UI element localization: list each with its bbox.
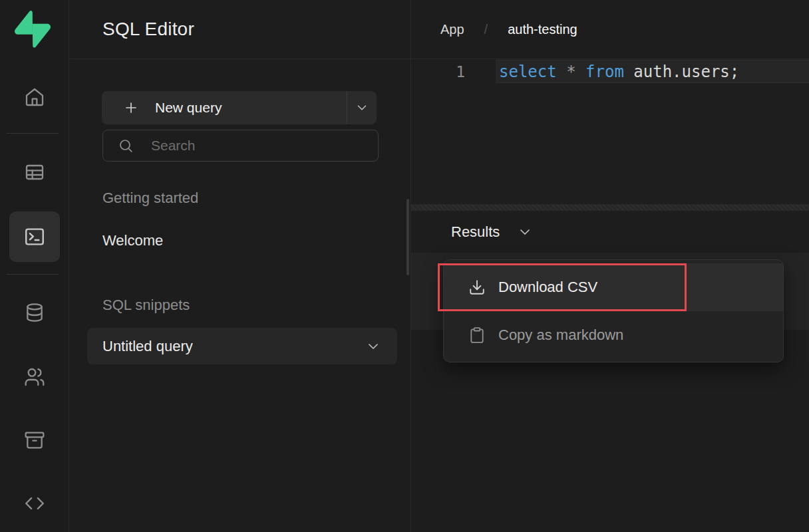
supabase-logo-icon[interactable] [15,11,51,48]
nav-sql-editor-icon[interactable] [9,211,60,262]
sidebar-header: SQL Editor [70,0,410,59]
new-query-label: New query [155,100,222,116]
supabase-studio-window: SQL Editor New query [0,0,809,532]
menu-item-label: Download CSV [498,279,597,296]
section-label-getting-started: Getting started [102,190,198,207]
sql-editor-sidebar: SQL Editor New query [70,0,411,532]
chevron-down-icon[interactable] [517,224,533,240]
rail-divider [7,274,59,275]
sql-keyword: from [585,63,624,81]
nav-database-icon[interactable] [19,297,51,329]
menu-item-label: Copy as markdown [498,327,623,344]
nav-rail [0,0,69,532]
section-label-sql-snippets: SQL snippets [102,297,190,314]
rail-divider [7,133,59,134]
breadcrumb-separator: / [484,22,488,37]
new-query-options-button[interactable] [347,91,377,124]
line-number: 1 [411,63,496,80]
clipboard-icon [468,327,486,344]
sidebar-item-welcome[interactable]: Welcome [102,232,163,249]
breadcrumb-page[interactable]: auth-testing [508,22,577,37]
sidebar-item-untitled-query[interactable]: Untitled query [87,328,397,364]
results-context-menu: Download CSV Copy as markdown [443,259,784,362]
results-toolbar: Results [411,211,809,253]
new-query-split-button: New query [102,91,377,124]
sidebar-body: New query Getting started Welcome SQL sn… [70,59,410,532]
breadcrumb-app[interactable]: App [440,22,464,37]
chevron-down-icon[interactable] [365,338,381,354]
panel-resize-handle[interactable] [411,204,809,211]
nav-home-icon[interactable] [19,81,51,113]
nav-storage-icon[interactable] [19,424,51,456]
nav-auth-users-icon[interactable] [19,361,51,393]
breadcrumb: App / auth-testing [411,0,809,59]
snippet-label: Untitled query [102,338,193,355]
code-text[interactable]: select * from auth.users; [496,60,809,83]
new-query-button[interactable]: New query [102,91,347,124]
snippet-search [102,130,379,162]
sql-code-editor[interactable]: 1 select * from auth.users; [411,60,809,204]
page-title: SQL Editor [102,19,194,40]
results-label: Results [451,223,500,241]
editor-main-panel: App / auth-testing 1 select * from auth.… [411,0,809,532]
chevron-down-icon [355,100,369,115]
search-icon [118,138,134,154]
sql-operator: * [557,63,585,81]
nav-edge-functions-icon[interactable] [19,487,51,519]
download-icon [468,279,486,296]
plus-icon [123,100,139,116]
code-line-1: 1 select * from auth.users; [411,60,809,83]
sidebar-scrollbar[interactable] [406,199,409,275]
nav-table-editor-icon[interactable] [19,156,51,188]
sql-keyword: select [499,63,557,81]
search-input[interactable] [151,138,378,154]
sql-identifier: auth.users; [624,63,739,81]
menu-item-copy-as-markdown[interactable]: Copy as markdown [444,311,783,359]
menu-item-download-csv[interactable]: Download CSV [444,263,783,311]
